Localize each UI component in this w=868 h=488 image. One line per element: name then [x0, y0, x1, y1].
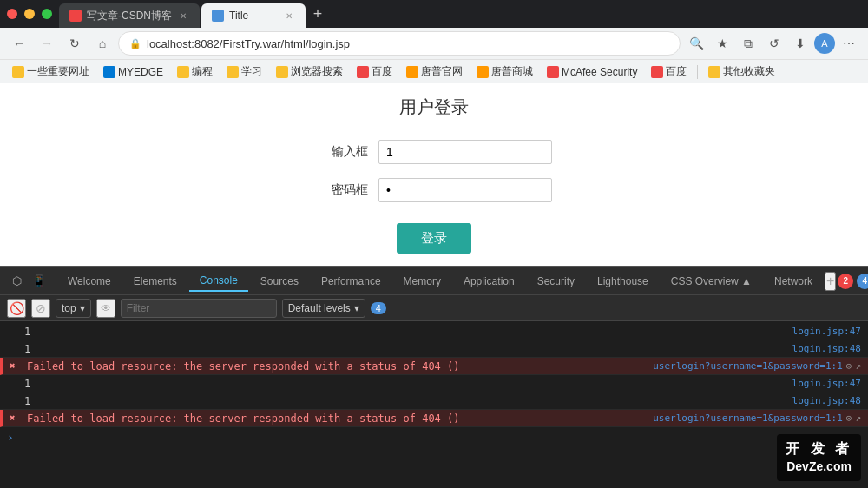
forward-button[interactable]: →: [35, 31, 59, 56]
bookmark-icon: [177, 66, 189, 78]
login-button[interactable]: 登录: [397, 223, 471, 254]
tab-label: 写文章-CSDN博客: [87, 9, 172, 23]
console-clear-icon[interactable]: 🚫: [7, 299, 26, 318]
home-button[interactable]: ⌂: [90, 31, 115, 56]
console-input[interactable]: [19, 431, 861, 444]
tab-preview-icon[interactable]: ⧉: [736, 31, 760, 56]
devtools-tab-application[interactable]: Application: [453, 272, 525, 291]
console-input-line: ›: [0, 427, 868, 447]
history-icon[interactable]: ↺: [762, 31, 786, 56]
console-line-text: 1: [24, 395, 786, 407]
bookmark-label: 百度: [666, 64, 687, 79]
bookmark-label: 一些重要网址: [27, 64, 89, 79]
password-input[interactable]: [378, 178, 552, 202]
devtools-add-tab-icon[interactable]: +: [825, 272, 836, 291]
console-filter-input[interactable]: [121, 299, 277, 318]
console-line: 1 login.jsp:47: [0, 375, 868, 392]
error-icon: ✖: [10, 412, 22, 424]
console-line: ✖ Failed to load resource: the server re…: [0, 358, 868, 375]
devtools-tabs: ⬡ 📱 WelcomeElementsConsoleSourcesPerform…: [0, 267, 868, 295]
console-line-text: Failed to load resource: the server resp…: [27, 412, 639, 425]
console-eye-icon[interactable]: 👁: [96, 299, 115, 318]
maximize-button[interactable]: □: [42, 9, 52, 19]
bookmark-item[interactable]: 百度: [646, 63, 692, 81]
devtools-inspect-icon[interactable]: ⬡: [7, 272, 26, 291]
copy-icon[interactable]: ⊙: [846, 360, 852, 372]
bookmark-item[interactable]: 百度: [352, 63, 398, 81]
log-levels-label: Default levels: [288, 302, 351, 314]
browser-tab-tab2[interactable]: Title ✕: [201, 3, 306, 28]
console-prompt-icon: ›: [7, 431, 14, 444]
devtools-device-icon[interactable]: 📱: [30, 272, 49, 291]
bookmark-label: 学习: [241, 64, 262, 79]
back-button[interactable]: ←: [7, 31, 31, 56]
context-chevron-icon: ▾: [80, 302, 85, 314]
error-count-badge: 2: [838, 274, 853, 289]
bookmark-icon: [357, 66, 369, 78]
devtools-tab-lighthouse[interactable]: Lighthouse: [587, 272, 659, 291]
tab-close-icon[interactable]: ✕: [283, 10, 295, 22]
download-icon[interactable]: ⬇: [788, 31, 812, 56]
new-tab-button[interactable]: +: [306, 2, 330, 26]
console-line-source[interactable]: userlogin?username=1&password=1:1: [653, 412, 843, 424]
devtools-tab-css-overview-▲[interactable]: CSS Overview ▲: [661, 272, 762, 291]
devtools-icons: ⬡ 📱: [7, 272, 49, 291]
lock-icon: 🔒: [129, 38, 141, 49]
profile-icon[interactable]: A: [814, 33, 835, 54]
devtools-tab-console[interactable]: Console: [189, 271, 248, 292]
refresh-button[interactable]: ↻: [62, 31, 87, 56]
page-content: 用户登录 输入框 密码框 登录: [0, 83, 868, 266]
devtools-tab-network[interactable]: Network: [764, 272, 823, 291]
log-levels-selector[interactable]: Default levels ▾: [282, 299, 365, 318]
context-selector[interactable]: top ▾: [56, 299, 91, 318]
bookmark-label: 编程: [192, 64, 213, 79]
tab-close-icon[interactable]: ✕: [177, 10, 189, 22]
window-controls: ✕ — □: [7, 9, 52, 19]
search-icon[interactable]: 🔍: [684, 31, 708, 56]
bookmark-item[interactable]: 唐普商城: [471, 63, 538, 81]
password-label: 密码框: [316, 182, 368, 198]
bookmark-icon: [103, 66, 115, 78]
address-bar[interactable]: 🔒 localhost:8082/FirstTry.war/html/login…: [118, 31, 681, 56]
bookmark-item[interactable]: 编程: [172, 63, 218, 81]
console-line-source[interactable]: login.jsp:48: [792, 343, 861, 354]
bookmark-icon: [12, 66, 24, 78]
add-favorites-icon[interactable]: ★: [710, 31, 734, 56]
devtools-tab-sources[interactable]: Sources: [250, 272, 309, 291]
devtools-tab-welcome[interactable]: Welcome: [57, 272, 122, 291]
warning-count-badge: 4: [857, 274, 868, 289]
close-button[interactable]: ✕: [7, 9, 17, 19]
bookmark-icon: [276, 66, 288, 78]
console-line-source[interactable]: login.jsp:47: [792, 326, 861, 337]
bookmark-item[interactable]: 浏览器搜索: [271, 63, 348, 81]
bookmark-item[interactable]: 其他收藏夹: [703, 63, 780, 81]
console-line-source[interactable]: userlogin?username=1&password=1:1: [653, 360, 843, 372]
minimize-button[interactable]: —: [24, 9, 35, 19]
devtools-tab-security[interactable]: Security: [527, 272, 585, 291]
devtools-console-content: 1 login.jsp:47 1 login.jsp:48 ✖ Failed t…: [0, 321, 868, 488]
title-bar: ✕ — □ 写文章-CSDN博客 ✕ Title ✕ +: [0, 0, 868, 28]
bookmark-item[interactable]: McAfee Security: [542, 64, 642, 80]
devtools-tab-memory[interactable]: Memory: [393, 272, 451, 291]
bookmark-item[interactable]: 一些重要网址: [7, 63, 95, 81]
console-filter-toggle[interactable]: ⊘: [31, 299, 50, 318]
bookmark-icon: [227, 66, 239, 78]
browser-tab-tab1[interactable]: 写文章-CSDN博客 ✕: [59, 3, 200, 28]
console-line-source[interactable]: login.jsp:47: [792, 378, 861, 389]
tab-favicon: [212, 10, 224, 22]
open-icon[interactable]: ↗: [855, 412, 861, 424]
console-line-source[interactable]: login.jsp:48: [792, 395, 861, 406]
open-icon[interactable]: ↗: [855, 360, 861, 372]
tab-favicon: [69, 10, 82, 22]
devtools-tab-performance[interactable]: Performance: [311, 272, 391, 291]
bookmark-label: MYEDGE: [118, 66, 163, 78]
bookmark-item[interactable]: MYEDGE: [98, 64, 168, 80]
copy-icon[interactable]: ⊙: [846, 412, 852, 424]
bookmark-item[interactable]: 唐普官网: [401, 63, 468, 81]
devtools-tab-elements[interactable]: Elements: [123, 272, 187, 291]
settings-icon[interactable]: ⋯: [837, 31, 861, 56]
bookmark-item[interactable]: 学习: [221, 63, 267, 81]
console-line-text: 1: [24, 378, 786, 390]
log-count-badge: 4: [371, 302, 386, 314]
username-input[interactable]: [378, 140, 552, 164]
